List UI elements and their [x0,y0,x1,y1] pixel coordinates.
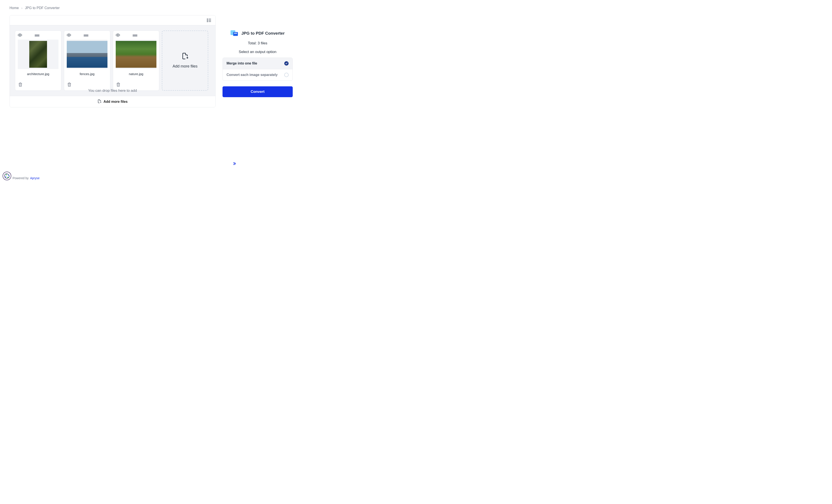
svg-point-7 [69,35,70,36]
drag-handle-icon[interactable] [133,34,137,37]
breadcrumb-current: JPG to PDF Converter [25,6,59,10]
radio-selected-icon [284,61,289,65]
brand-link[interactable]: Apryse [30,176,40,180]
list-view-icon[interactable] [207,19,211,22]
delete-icon[interactable] [116,84,121,87]
svg-rect-14 [233,32,238,36]
delete-icon[interactable] [18,84,23,87]
files-toolbar [10,16,215,25]
file-card: architecture.jpg [15,30,61,91]
svg-point-2 [207,20,207,20]
file-name: nature.jpg [113,69,159,76]
add-files-bar[interactable]: Add more files [10,96,215,107]
files-grid: architecture.jpg [10,25,215,96]
file-thumbnail[interactable] [18,39,58,69]
svg-point-8 [118,35,119,36]
svg-point-6 [20,35,21,36]
add-files-tile-label: Add more files [173,64,198,68]
file-card: fences.jpg [64,30,110,91]
option-separate-label: Convert each image separately [227,73,278,77]
preview-icon[interactable] [67,33,71,38]
file-card: nature.jpg [113,30,159,91]
option-separate[interactable]: Convert each image separately [223,69,292,81]
collapse-panel-icon[interactable] [232,162,236,166]
file-name: fences.jpg [64,69,110,76]
breadcrumb-home[interactable]: Home [9,6,19,10]
select-output-label: Select an output option [239,50,277,54]
cookie-icon[interactable] [3,172,11,180]
add-file-icon [98,99,101,104]
radio-unselected-icon [284,73,289,77]
add-files-tile[interactable]: Add more files [162,30,208,91]
add-file-icon [182,53,188,60]
svg-point-0 [207,19,207,19]
jpg-to-pdf-icon [231,30,238,36]
convert-button[interactable]: Convert [223,86,293,97]
option-merge-label: Merge into one file [227,61,257,65]
output-options: Merge into one file Convert each image s… [223,58,293,81]
add-files-bar-label: Add more files [104,100,128,104]
files-panel: architecture.jpg [9,15,215,107]
file-name: architecture.jpg [15,69,61,76]
panel-title: JPG to PDF Converter [241,31,285,36]
drag-handle-icon[interactable] [35,34,40,37]
delete-icon[interactable] [67,84,72,87]
drop-hint: You can drop files here to add [10,88,215,93]
total-files: Total: 3 files [248,41,267,46]
drag-handle-icon[interactable] [84,34,88,37]
chevron-right-icon: › [22,6,23,10]
preview-icon[interactable] [116,33,120,38]
option-merge[interactable]: Merge into one file [223,58,292,69]
svg-point-4 [207,21,207,22]
footer: Powered by Apryse [12,176,40,180]
options-panel: JPG to PDF Converter Total: 3 files Sele… [223,15,293,107]
svg-rect-15 [234,33,237,33]
powered-by-label: Powered by [12,176,29,180]
file-thumbnail[interactable] [67,39,107,69]
preview-icon[interactable] [18,33,22,38]
breadcrumb: Home › JPG to PDF Converter [0,0,302,12]
file-thumbnail[interactable] [116,39,156,69]
